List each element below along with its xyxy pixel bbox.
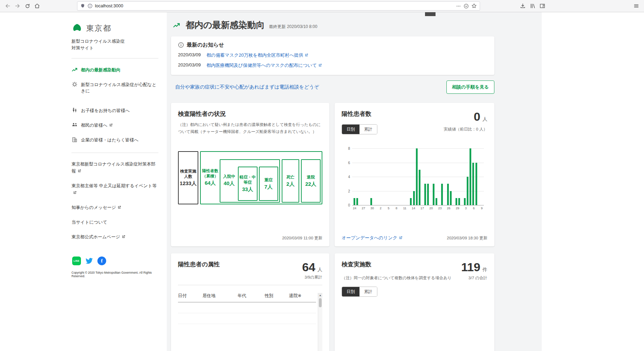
- patients-table: 日付 居住地 年代 性別 退院※ ▲: [178, 293, 322, 351]
- sidebar-toggle-button[interactable]: [537, 1, 547, 10]
- page-actions-icon[interactable]: [456, 3, 461, 9]
- card-note: （注）都内において疑い例または患者の濃厚接触者として検査を行ったものについて掲載…: [178, 121, 322, 135]
- bar-slot: [421, 148, 424, 205]
- forward-button[interactable]: [13, 1, 22, 10]
- back-button[interactable]: [3, 1, 13, 10]
- x-tick-label: [459, 206, 462, 210]
- x-tick-label: 8: [395, 206, 398, 210]
- bar-slot: [455, 148, 458, 205]
- bar-slot: [466, 148, 469, 205]
- x-tick-label: [377, 206, 379, 210]
- facebook-icon[interactable]: f: [97, 257, 106, 265]
- url-text[interactable]: localhost:3000: [95, 3, 123, 8]
- bar-slot: [446, 148, 449, 205]
- sidebar-item-if-worried[interactable]: 新型コロナウイルス感染症が心配なときに: [71, 82, 158, 94]
- link-about-site[interactable]: 当サイトについて: [71, 219, 158, 226]
- bar-slot: [353, 148, 356, 205]
- library-button[interactable]: [528, 1, 537, 10]
- line-icon[interactable]: LINE: [72, 257, 81, 265]
- actual-value-note: 実績値（前日比：0 人）: [444, 127, 487, 132]
- news-link[interactable]: 都の備蓄マスク20万枚を都内全区市町村へ提供: [206, 52, 308, 58]
- external-link-icon: [304, 53, 308, 57]
- bar: [470, 148, 471, 205]
- home-button[interactable]: [32, 1, 42, 10]
- whatsnew-card: 最新のお知らせ 2020/03/09 都の備蓄マスク20万枚を都内全区市町村へ提…: [171, 36, 494, 75]
- site-info-icon[interactable]: [88, 3, 93, 8]
- people-icon: [71, 122, 78, 128]
- whatsnew-header: 最新のお知らせ: [178, 42, 487, 48]
- daily-positives-chart: 8 6 4 2 0: [352, 148, 484, 205]
- downloads-button[interactable]: [518, 1, 528, 10]
- tab-daily[interactable]: 日別: [342, 287, 359, 296]
- x-tick-label: [398, 206, 400, 210]
- trend-chart-icon: [172, 21, 181, 29]
- link-cancelled-events[interactable]: 東京都主催等 中止又は延期するイベント等: [71, 182, 158, 196]
- x-tick-label: 20: [429, 206, 433, 210]
- bar: [436, 198, 437, 205]
- news-item: 2020/03/09 都内医療機関及び保健所等へのマスクの配布について: [178, 62, 487, 69]
- twitter-icon[interactable]: [85, 257, 94, 265]
- card-note: （注）同一の対象者について複数の検体を調査する場合あり: [342, 275, 451, 282]
- x-tick-label: 2: [379, 206, 382, 210]
- link-governor-message[interactable]: 知事からのメッセージ: [71, 204, 158, 211]
- pocket-icon[interactable]: [464, 3, 469, 9]
- bookmark-star-icon[interactable]: [471, 3, 477, 9]
- x-tick-label: [441, 206, 444, 210]
- x-tick-label: [368, 206, 371, 210]
- x-tick-label: [374, 206, 377, 210]
- x-tick-label: 27: [362, 206, 365, 210]
- tab-daily[interactable]: 日別: [342, 125, 359, 134]
- link-taskforce-report[interactable]: 東京都新型コロナウイルス感染症対策本部報: [71, 161, 158, 175]
- box-dead: 死亡 2人: [282, 159, 299, 203]
- bar-slot: [364, 148, 367, 205]
- scrollbar-thumb[interactable]: [319, 298, 322, 307]
- page-title: 都内の最新感染動向: [186, 19, 265, 31]
- page-body: 東京都 新型コロナウイルス感染症 対策サイト 都内の最新感染動向 新型コロナウイ…: [0, 12, 644, 351]
- card-divider: [178, 285, 322, 285]
- bar: [354, 198, 355, 205]
- open-data-link[interactable]: オープンデータへのリンク: [342, 235, 403, 241]
- bar-slot: [384, 148, 387, 205]
- bar-slot: [387, 148, 390, 205]
- news-item: 2020/03/09 都の備蓄マスク20万枚を都内全区市町村へ提供: [178, 52, 487, 58]
- x-tick-label: [385, 206, 388, 210]
- tab-cumulative[interactable]: 累計: [359, 287, 377, 296]
- sidebar-nav: 都内の最新感染動向 新型コロナウイルス感染症が心配なときに お子様をお持ちの皆様…: [71, 67, 158, 143]
- box-discharged: 退院 22人: [301, 159, 321, 203]
- tab-cumulative[interactable]: 累計: [359, 125, 377, 134]
- news-link[interactable]: 都内医療機関及び保健所等へのマスクの配布について: [206, 62, 322, 69]
- sidebar-item-latest-trend[interactable]: 都内の最新感染動向: [71, 67, 158, 73]
- menu-button[interactable]: [631, 1, 641, 10]
- bar-slot: [378, 148, 381, 205]
- external-link-icon: [117, 205, 121, 209]
- x-tick-label: [415, 206, 418, 210]
- bar-slot: [435, 148, 438, 205]
- bar: [464, 198, 466, 205]
- reload-button[interactable]: [22, 1, 32, 10]
- daily-cumulative-tabs: 日別 累計: [342, 124, 377, 134]
- nav-label: 都民の皆様へ: [81, 122, 113, 128]
- x-tick-label: [400, 206, 403, 210]
- sidebar-item-citizens[interactable]: 都民の皆様へ: [71, 122, 158, 128]
- tokyo-logo[interactable]: 東京都: [71, 23, 158, 34]
- phone-consult-link[interactable]: 自分や家族の症状に不安や心配があればまずは電話相談をどうぞ: [171, 84, 319, 90]
- sidebar-item-companies[interactable]: 企業の皆様・はたらく皆様へ: [71, 137, 158, 143]
- link-tokyo-homepage[interactable]: 東京都公式ホームページ: [71, 233, 158, 240]
- bar: [416, 148, 418, 205]
- news-date: 2020/03/09: [178, 52, 201, 58]
- bar-slot: [373, 148, 376, 205]
- x-tick-label: [418, 206, 421, 210]
- sidebar-item-families[interactable]: お子様をお持ちの皆様へ: [71, 107, 158, 114]
- bar-slot: [464, 148, 466, 205]
- tracking-shield-icon[interactable]: [80, 3, 85, 8]
- consult-steps-button[interactable]: 相談の手順を見る: [446, 80, 494, 94]
- scrollbar-up-button[interactable]: ▲: [318, 293, 322, 297]
- x-tick-label: [444, 206, 447, 210]
- table-scrollbar[interactable]: ▲: [318, 293, 322, 351]
- url-bar[interactable]: localhost:3000: [77, 1, 480, 10]
- bar: [447, 184, 449, 205]
- bar: [410, 198, 412, 205]
- parent-child-icon: [71, 107, 78, 113]
- x-tick-label: [359, 206, 362, 210]
- trend-chart-icon: [71, 66, 78, 73]
